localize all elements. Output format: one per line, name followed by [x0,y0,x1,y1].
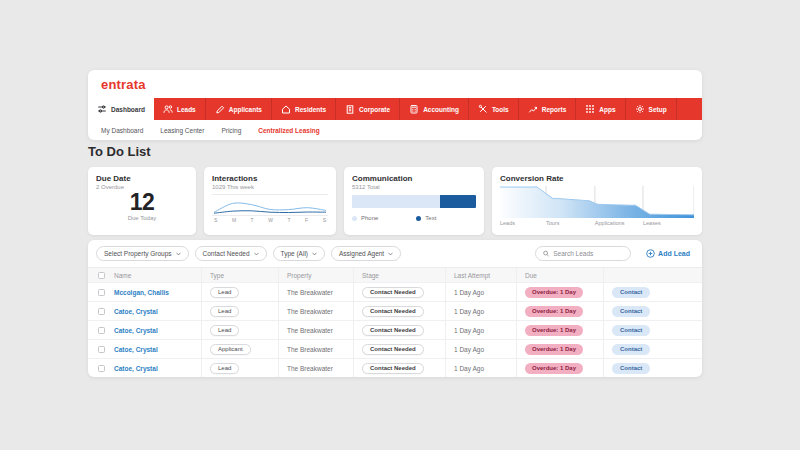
type-cell: Lead [201,321,278,339]
overdue-badge: Overdue: 1 Day [525,325,583,336]
search-icon [543,250,549,257]
add-lead-icon [646,249,655,258]
nav-tab-reports[interactable]: Reports [519,98,577,120]
funnel-stage-label: Leads [500,220,515,226]
action-cell: Contact [603,283,702,301]
row-checkbox-cell [88,283,114,301]
card-title: Conversion Rate [500,174,694,183]
leads-icon [163,104,173,114]
nav-tab-apps[interactable]: Apps [576,98,625,120]
entrata-logo: entrata [101,77,146,92]
column-header-last-attempt: Last Attempt [445,268,516,282]
subnav-item-leasing-center[interactable]: Leasing Center [160,127,204,134]
axis-tick: T [287,217,290,223]
lead-name-link[interactable]: Catoe, Crystal [114,327,158,334]
row-checkbox[interactable] [98,289,105,296]
last-attempt-cell: 1 Day Ago [445,283,516,301]
subnav-item-pricing[interactable]: Pricing [221,127,241,134]
filter-bar: Select Property Groups Contact Needed Ty… [88,240,702,267]
axis-tick: S [323,217,326,223]
legend-item-phone: Phone [352,215,378,221]
row-checkbox[interactable] [98,346,105,353]
contact-button[interactable]: Contact [612,325,650,336]
row-checkbox[interactable] [98,365,105,372]
nav-tab-leads[interactable]: Leads [154,98,206,120]
assigned-agent-filter[interactable]: Assigned Agent [331,246,401,261]
chevron-down-icon [312,252,317,256]
contact-button[interactable]: Contact [612,287,650,298]
nav-tab-setup[interactable]: Setup [626,98,677,120]
communication-legend: Phone Text [352,215,476,221]
name-cell: Catoe, Crystal [114,302,201,320]
contact-button[interactable]: Contact [612,344,650,355]
lead-name-link[interactable]: Mccolgan, Challis [114,289,169,296]
row-checkbox-cell [88,302,114,320]
property-groups-filter[interactable]: Select Property Groups [96,246,189,261]
stage-cell: Contact Needed [353,321,445,339]
summary-cards: Due Date 2 Overdue 12 Due Today Interact… [88,167,702,235]
card-title: Due Date [96,174,188,183]
nav-tab-applicants[interactable]: Applicants [206,98,272,120]
property-cell: The Breakwater [278,283,353,301]
column-header-action [603,268,702,282]
nav-tab-residents[interactable]: Residents [272,98,336,120]
filter-label: Contact Needed [203,250,250,257]
page-title: To Do List [88,144,151,159]
due-cell: Overdue: 1 Day [516,302,603,320]
row-checkbox[interactable] [98,308,105,315]
lead-name-link[interactable]: Catoe, Crystal [114,308,158,315]
lead-name-link[interactable]: Catoe, Crystal [114,346,158,353]
subnav-item-centralized-leasing[interactable]: Centralized Leasing [258,127,319,134]
last-attempt-cell: 1 Day Ago [445,321,516,339]
accounting-icon [409,104,419,114]
nav-tab-corporate[interactable]: Corporate [336,98,400,120]
stage-badge: Contact Needed [362,287,424,298]
nav-tab-label: Applicants [229,106,262,113]
nav-tab-label: Apps [599,106,615,113]
column-header-due: Due [516,268,603,282]
name-cell: Catoe, Crystal [114,359,201,377]
property-cell: The Breakwater [278,302,353,320]
interactions-x-axis: S M T W T F S [214,217,326,223]
logo-row: entrata [88,70,702,98]
table-row: Catoe, Crystal Lead The Breakwater Conta… [88,358,702,377]
stage-badge: Contact Needed [362,306,424,317]
stage-cell: Contact Needed [353,283,445,301]
conversion-chart [500,186,694,218]
nav-tab-label: Corporate [359,106,390,113]
nav-tab-dashboard[interactable]: Dashboard [88,98,154,120]
communication-bar [352,195,476,208]
nav-tab-label: Setup [649,106,667,113]
contact-button[interactable]: Contact [612,363,650,374]
table-row: Catoe, Crystal Lead The Breakwater Conta… [88,320,702,339]
reports-icon [528,104,538,114]
type-filter[interactable]: Type (All) [273,246,325,261]
nav-tab-label: Dashboard [111,106,145,113]
search-box [535,246,631,261]
corporate-icon [345,104,355,114]
axis-tick: T [251,217,254,223]
nav-tab-accounting[interactable]: Accounting [400,98,469,120]
legend-label: Text [425,215,436,221]
stage-badge: Contact Needed [362,344,424,355]
setup-icon [635,104,645,114]
contact-button[interactable]: Contact [612,306,650,317]
type-badge: Lead [210,363,239,374]
search-input[interactable] [553,250,623,257]
property-cell: The Breakwater [278,359,353,377]
table-row: Mccolgan, Challis Lead The Breakwater Co… [88,282,702,301]
due-cell: Overdue: 1 Day [516,359,603,377]
add-lead-button[interactable]: Add Lead [646,249,690,258]
app-window: entrata Dashboard Leads Applicants Resid… [0,0,800,450]
due-today-count: 12 [96,191,188,214]
tools-icon [478,104,488,114]
select-all-checkbox[interactable] [98,272,105,279]
subnav-item-my-dashboard[interactable]: My Dashboard [101,127,143,134]
contact-needed-filter[interactable]: Contact Needed [195,246,267,261]
property-cell: The Breakwater [278,340,353,358]
nav-tab-tools[interactable]: Tools [469,98,519,120]
lead-name-link[interactable]: Catoe, Crystal [114,365,158,372]
row-checkbox[interactable] [98,327,105,334]
due-date-card: Due Date 2 Overdue 12 Due Today [88,167,196,235]
nav-tab-label: Tools [492,106,509,113]
